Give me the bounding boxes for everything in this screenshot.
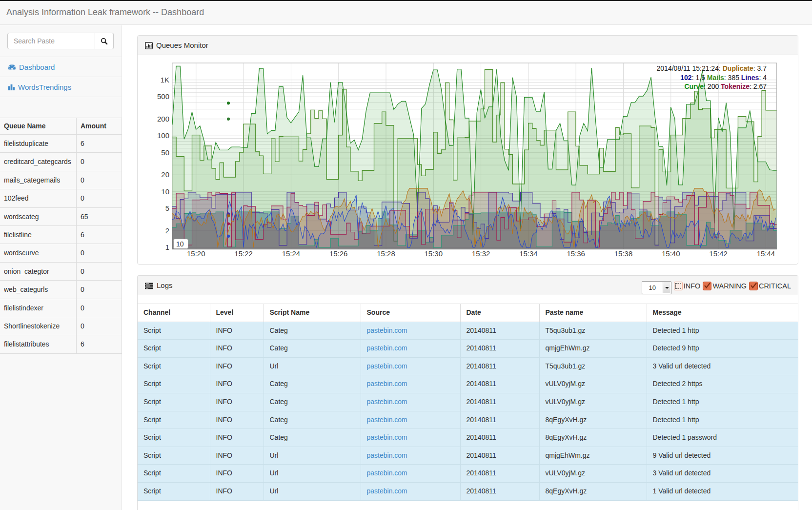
svg-text:102: 1.6 Mails: 385 Lines: 4: 102: 1.6 Mails: 385 Lines: 4 xyxy=(680,74,767,82)
svg-text:2014/08/11 15:21:24: Duplicate: 2014/08/11 15:21:24: Duplicate: 3.7 xyxy=(657,64,767,72)
svg-text:15:26: 15:26 xyxy=(329,249,348,258)
svg-text:15:44: 15:44 xyxy=(757,249,775,258)
svg-text:15:30: 15:30 xyxy=(425,249,443,258)
svg-text:15:20: 15:20 xyxy=(187,249,205,258)
svg-text:15:36: 15:36 xyxy=(567,249,585,258)
svg-text:5: 5 xyxy=(165,204,169,212)
svg-text:1: 1 xyxy=(165,243,169,251)
svg-text:15:34: 15:34 xyxy=(519,249,538,258)
svg-text:2: 2 xyxy=(165,226,169,235)
svg-text:100: 100 xyxy=(157,131,169,140)
svg-text:15:22: 15:22 xyxy=(234,249,253,258)
svg-text:500: 500 xyxy=(157,92,169,101)
svg-text:15:28: 15:28 xyxy=(377,249,395,258)
svg-text:200: 200 xyxy=(157,115,169,123)
svg-text:15:24: 15:24 xyxy=(282,249,301,258)
svg-text:50: 50 xyxy=(161,148,169,157)
svg-text:10: 10 xyxy=(176,240,184,248)
svg-text:15:38: 15:38 xyxy=(614,249,633,258)
svg-text:20: 20 xyxy=(161,170,169,179)
svg-text:Curve: 200 Tokenize: 2.67: Curve: 200 Tokenize: 2.67 xyxy=(684,82,767,90)
svg-text:15:32: 15:32 xyxy=(472,249,490,258)
svg-text:15:42: 15:42 xyxy=(709,249,728,258)
svg-text:10: 10 xyxy=(161,187,169,196)
svg-text:1K: 1K xyxy=(161,76,169,84)
svg-text:15:40: 15:40 xyxy=(662,249,680,258)
